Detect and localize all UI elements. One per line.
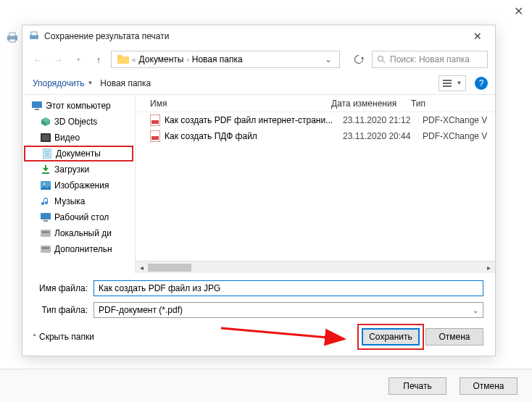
parent-footer: Печать Отмена	[0, 369, 532, 402]
tree-pictures[interactable]: Изображения	[22, 177, 135, 193]
download-icon	[40, 164, 51, 175]
title-bar: Сохранение результата печати ✕	[22, 25, 495, 47]
chevron-down-icon: ⌄	[473, 306, 478, 314]
search-placeholder: Поиск: Новая папка	[390, 54, 470, 64]
breadcrumb-newfolder[interactable]: Новая папка	[189, 54, 246, 64]
document-icon	[41, 148, 53, 159]
view-button[interactable]: ▼	[439, 75, 466, 91]
chevron-down-icon: ▼	[87, 80, 93, 86]
dialog-title: Сохранение результата печати	[44, 31, 466, 41]
svg-rect-26	[41, 213, 51, 219]
file-pane: Имя Дата изменения Тип Как создать PDF ф…	[136, 95, 495, 273]
file-row[interactable]: Как создать PDF файл интернет-страни... …	[136, 112, 495, 128]
svg-point-25	[43, 183, 46, 185]
organize-button[interactable]: Упорядочить▼	[30, 72, 96, 94]
filetype-label: Тип файла:	[34, 305, 93, 315]
parent-close-button[interactable]: ✕	[514, 4, 523, 18]
scroll-thumb[interactable]	[148, 264, 191, 272]
nav-bar: ← → ▾ ↑ « Документы › Новая папка ⌄ Поис…	[22, 47, 495, 72]
pc-icon	[31, 100, 43, 112]
svg-rect-10	[443, 83, 452, 84]
svg-rect-6	[117, 55, 122, 58]
save-dialog: Сохранение результата печати ✕ ← → ▾ ↑ «…	[22, 25, 496, 356]
chevron-up-icon: ˄	[33, 333, 36, 341]
tree-videos[interactable]: Видео	[22, 130, 135, 146]
save-button[interactable]: Сохранить	[362, 328, 420, 346]
svg-rect-11	[443, 85, 452, 87]
search-input[interactable]: Поиск: Новая папка	[372, 51, 488, 68]
svg-rect-27	[43, 220, 48, 222]
svg-rect-1	[9, 33, 15, 36]
breadcrumb-documents[interactable]: Документы	[136, 54, 187, 64]
back-button[interactable]: ←	[30, 51, 46, 67]
svg-rect-18	[42, 135, 49, 141]
search-icon	[377, 55, 386, 64]
svg-rect-23	[42, 172, 49, 174]
toolbar: Упорядочить▼ Новая папка ▼ ?	[22, 72, 495, 95]
svg-rect-12	[32, 101, 42, 108]
video-icon	[40, 132, 51, 143]
tree-music[interactable]: Музыка	[22, 193, 135, 209]
tree-desktop[interactable]: Рабочий стол	[22, 209, 135, 225]
col-type[interactable]: Тип	[411, 99, 495, 109]
drive-icon	[40, 227, 51, 239]
pdf-file-icon	[150, 114, 162, 126]
music-icon	[40, 196, 51, 207]
col-name[interactable]: Имя	[150, 99, 331, 109]
svg-line-8	[383, 61, 385, 63]
svg-rect-33	[151, 120, 159, 124]
drive-icon	[40, 243, 51, 255]
scroll-right-icon[interactable]: ▸	[483, 261, 495, 274]
app-icon	[28, 30, 40, 42]
breadcrumb-dropdown-icon[interactable]: ⌄	[320, 54, 336, 64]
picture-icon	[40, 180, 51, 191]
form-area: Имя файла: Тип файла: PDF-документ (*.pd…	[22, 273, 495, 327]
svg-rect-9	[443, 80, 452, 81]
new-folder-button[interactable]: Новая папка	[97, 72, 154, 94]
forward-button[interactable]: →	[50, 51, 66, 67]
filename-input[interactable]	[93, 280, 483, 296]
up-button[interactable]: ↑	[91, 51, 107, 67]
hide-folders-toggle[interactable]: ˄ Скрыть папки	[33, 332, 94, 342]
refresh-button[interactable]	[350, 51, 367, 68]
horizontal-scrollbar[interactable]: ◂ ▸	[136, 261, 495, 273]
parent-cancel-button[interactable]: Отмена	[460, 377, 518, 395]
column-headers: Имя Дата изменения Тип	[136, 95, 495, 112]
tree-downloads[interactable]: Загрузки	[22, 162, 135, 177]
dialog-footer: ˄ Скрыть папки Сохранить Отмена	[22, 327, 495, 353]
help-button[interactable]: ?	[475, 77, 488, 90]
tree-local-disk[interactable]: Локальный ди	[22, 225, 135, 241]
tree-this-pc[interactable]: Этот компьютер	[22, 98, 135, 114]
svg-point-7	[378, 56, 383, 62]
col-date[interactable]: Дата изменения	[331, 99, 411, 109]
svg-rect-13	[35, 109, 39, 110]
nav-tree: Этот компьютер 3D Objects Видео Документ…	[22, 95, 136, 273]
scroll-left-icon[interactable]: ◂	[136, 261, 148, 274]
tree-3d-objects[interactable]: 3D Objects	[22, 114, 135, 130]
tree-documents[interactable]: Документы	[24, 146, 133, 162]
filetype-select[interactable]: PDF-документ (*.pdf) ⌄	[93, 302, 483, 318]
printer-icon	[6, 30, 19, 43]
svg-rect-2	[9, 39, 15, 42]
desktop-icon	[40, 212, 51, 223]
view-icon	[443, 80, 452, 87]
svg-rect-29	[42, 231, 49, 233]
cancel-button[interactable]: Отмена	[425, 328, 483, 346]
tree-extra-drive[interactable]: Дополнительн	[22, 241, 135, 257]
breadcrumb[interactable]: « Документы › Новая папка ⌄	[111, 51, 340, 68]
file-row[interactable]: Как создать ПДФ файл 23.11.2020 20:44 PD…	[136, 128, 495, 144]
folder-icon	[117, 54, 129, 64]
chevron-down-icon: ▼	[457, 80, 462, 86]
close-button[interactable]: ✕	[466, 30, 489, 42]
svg-rect-35	[151, 136, 159, 140]
svg-rect-4	[31, 32, 37, 35]
print-button[interactable]: Печать	[388, 377, 446, 395]
recent-dropdown[interactable]: ▾	[70, 51, 86, 67]
svg-rect-31	[42, 247, 49, 249]
cube-icon	[40, 116, 51, 127]
pdf-file-icon	[150, 130, 162, 142]
filename-label: Имя файла:	[34, 283, 93, 293]
